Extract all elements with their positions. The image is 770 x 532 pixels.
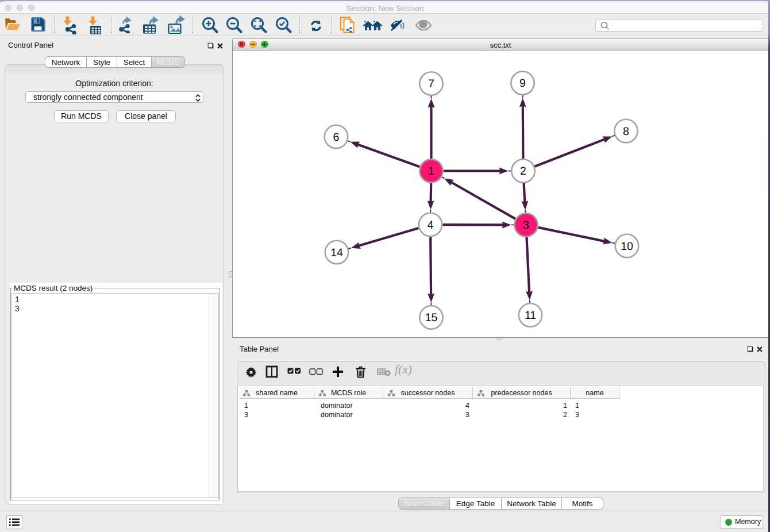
svg-text:9: 9: [519, 77, 526, 90]
svg-text:7: 7: [428, 78, 434, 90]
svg-text:15: 15: [425, 311, 438, 324]
svg-text:10: 10: [621, 240, 633, 253]
svg-text:2: 2: [520, 165, 526, 178]
svg-text:1: 1: [428, 165, 434, 178]
svg-text:4: 4: [428, 219, 434, 232]
svg-text:14: 14: [330, 246, 343, 259]
svg-text:11: 11: [525, 309, 536, 322]
svg-text:8: 8: [623, 125, 629, 138]
svg-text:3: 3: [523, 219, 529, 232]
svg-text:6: 6: [333, 131, 340, 144]
